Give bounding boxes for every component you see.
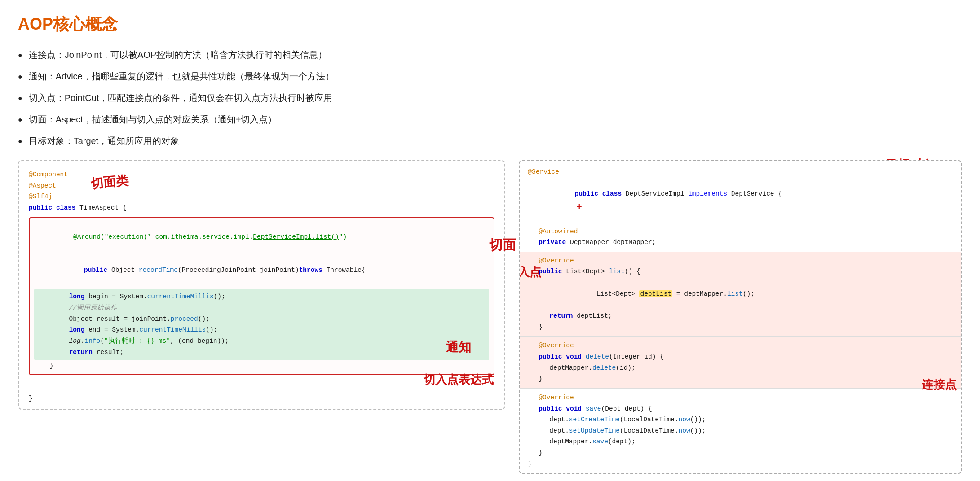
right-save-close: } (528, 447, 953, 459)
right-service-annotation: @Service (528, 166, 953, 178)
annotation-qiedian-biaodashi: 切入点表达式 (424, 372, 494, 388)
left-close2: } (29, 393, 494, 404)
bullet-item-3: 切入点：PointCut，匹配连接点的条件，通知仅会在切入点方法执行时被应用 (18, 91, 962, 105)
right-final-close: } (528, 459, 953, 470)
left-body-3: long end = System.currentTimeMillis(); (38, 324, 486, 336)
right-save-body2: dept.setUpdateTime(LocalDateTime.now()); (528, 425, 953, 437)
bullet-item-2: 通知：Advice，指哪些重复的逻辑，也就是共性功能（最终体现为一个方法） (18, 70, 962, 83)
left-body-4: log.info("执行耗时 : {} ms", (end-begin)); (38, 336, 486, 347)
right-delete-close: } (528, 373, 953, 385)
right-save-method: public void save(Dept dept) { (528, 403, 953, 415)
annotation-qiemian: 切面 (489, 236, 516, 254)
annotation-tongzhi: 通知 (446, 339, 471, 356)
bullet-item-1: 连接点：JoinPoint，可以被AOP控制的方法（暗含方法执行时的相关信息） (18, 48, 962, 61)
main-layout: 切面类 @Component @Aspect @Slf4j public cla… (18, 160, 962, 474)
right-override-2: @Override (528, 340, 953, 351)
annotation-lianjiandian: 连接点 (922, 377, 957, 393)
right-list-method: public List<Dept> list() { (528, 266, 953, 277)
right-autowired: @Autowired (528, 226, 953, 237)
right-list-close: } (528, 322, 953, 333)
right-delete-method: public void delete(Integer id) { (528, 351, 953, 363)
right-list-return: return deptList; (528, 310, 953, 322)
right-save-body3: deptMapper.save(dept); (528, 436, 953, 447)
right-private-mapper: private DeptMapper deptMapper; (528, 237, 953, 248)
left-body-1: long begin = System.currentTimeMillis(); (38, 291, 486, 302)
right-delete-body: deptMapper.delete(id); (528, 363, 953, 374)
right-list-body: List<Dept> deptList = deptMapper.list(); (528, 277, 953, 310)
right-code-box: @Service public class DeptServiceImpl im… (519, 160, 962, 474)
left-body-comment: //调用原始操作 (38, 302, 486, 314)
annotation-qiemian-lei: 切面类 (90, 172, 129, 192)
right-override-1: @Override (528, 255, 953, 267)
left-method-sig: public Object recordTime(ProceedingJoinP… (34, 254, 489, 287)
left-body-2: Object result = joinPoint.proceed(); (38, 314, 486, 325)
right-save-body1: dept.setCreateTime(LocalDateTime.now()); (528, 414, 953, 425)
left-body-5: return result; (38, 347, 486, 358)
bullet-item-5: 目标对象：Target，通知所应用的对象 (18, 134, 962, 148)
page-title: AOP核心概念 (18, 13, 962, 35)
right-class-line: public class DeptServiceImpl implements … (528, 178, 953, 226)
left-panel: 切面类 @Component @Aspect @Slf4j public cla… (18, 160, 505, 410)
bullet-list: 连接点：JoinPoint，可以被AOP控制的方法（暗含方法执行时的相关信息） … (18, 48, 962, 148)
left-close1: } (34, 360, 489, 372)
bullet-item-4: 切面：Aspect，描述通知与切入点的对应关系（通知+切入点） (18, 113, 962, 126)
left-line-slf4j: @Slf4j (29, 191, 494, 202)
right-panel: 目标对象 @Service public class DeptServiceIm… (519, 160, 962, 474)
left-around-annotation: @Around("execution(* com.itheima.service… (34, 221, 489, 254)
left-line-class: public class TimeAspect { (29, 202, 494, 214)
left-code-box: 切面类 @Component @Aspect @Slf4j public cla… (18, 160, 505, 410)
annotation-qiedian: 切入点 (519, 264, 541, 280)
right-override-3: @Override (528, 392, 953, 403)
